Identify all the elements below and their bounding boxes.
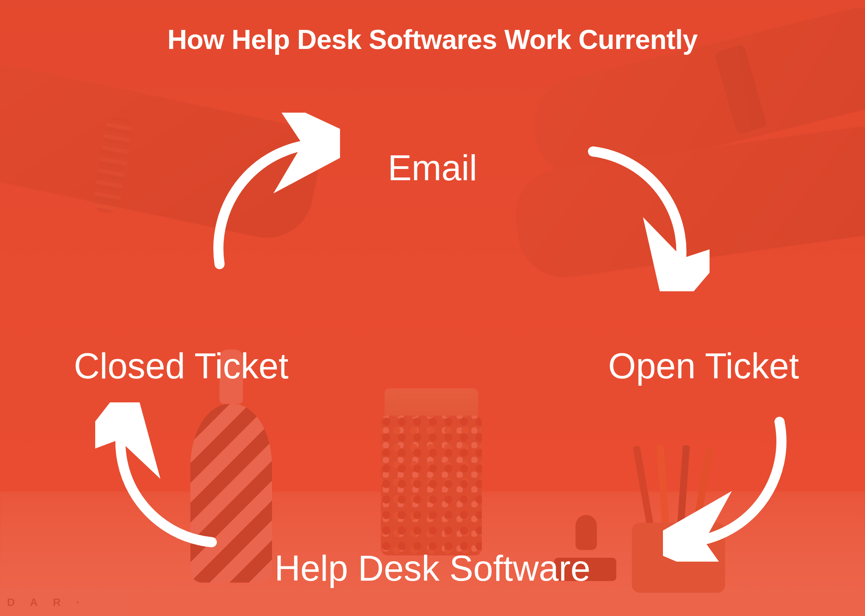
- diagram-title: How Help Desk Softwares Work Currently: [0, 24, 865, 55]
- node-open-ticket: Open Ticket: [608, 346, 799, 386]
- arrow-bottom-right-icon: [663, 406, 803, 562]
- diagram-layer: How Help Desk Softwares Work Currently E…: [0, 0, 865, 616]
- arrow-top-right-icon: [577, 128, 710, 291]
- arrow-bottom-left-icon: [95, 402, 235, 558]
- node-closed-ticket: Closed Ticket: [74, 346, 288, 386]
- arrow-top-left-icon: [192, 113, 340, 276]
- node-help-desk-software: Help Desk Software: [275, 548, 591, 589]
- node-email: Email: [388, 148, 477, 188]
